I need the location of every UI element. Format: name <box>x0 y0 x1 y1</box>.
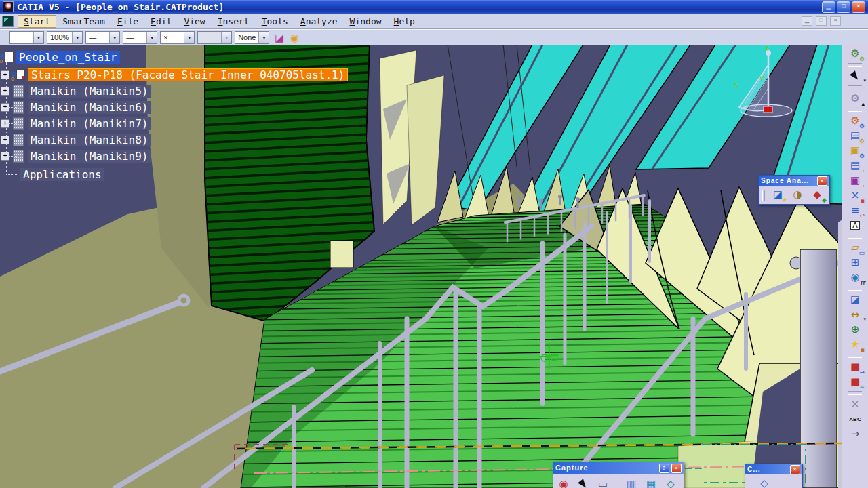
workbench-gears-icon[interactable]: ⚙⚙ <box>846 47 864 61</box>
c-tool-icon[interactable]: ◇ <box>755 476 773 488</box>
capture-vector-icon[interactable]: ◇ <box>662 477 679 488</box>
gear-select-icon[interactable]: ⚙▴ <box>846 92 864 106</box>
distance-band-icon[interactable]: ◆◆ <box>808 188 826 202</box>
import-scene-icon[interactable]: ▣→ <box>846 174 864 188</box>
menu-item-start[interactable]: Start <box>18 15 56 28</box>
tree-item-label[interactable]: Manikin (Manikin9) <box>28 150 151 163</box>
space-analysis-titlebar[interactable]: Space Ana... × <box>759 176 829 186</box>
tree-item-label[interactable]: Manikin (Manikin5) <box>28 85 151 98</box>
tree-item-label[interactable]: Manikin (Manikin6) <box>28 101 151 114</box>
tree-item-row[interactable]: +Manikin (Manikin8) <box>1 133 151 146</box>
capture-help-button[interactable]: ? <box>659 464 669 473</box>
color-combo-arrow[interactable]: ▼ <box>33 32 43 43</box>
point-symbol-combo[interactable]: ×▼ <box>160 31 195 44</box>
dropdown-corner[interactable]: ▾ <box>863 280 866 285</box>
tree-root-label[interactable]: People_on_Stair <box>16 51 120 64</box>
menu-item-edit[interactable]: Edit <box>144 15 178 28</box>
menu-item-analyze[interactable]: Analyze <box>294 15 344 28</box>
capture-clipboard-icon[interactable]: ▥ <box>623 477 640 488</box>
menu-item-tools[interactable]: Tools <box>256 15 294 28</box>
tree-item-row[interactable]: +⚙⚙Stairs_P20-P18 (Facade_Stair_Inner_04… <box>1 68 348 81</box>
restore-button[interactable]: □ <box>837 1 850 13</box>
broken-link-icon[interactable]: ×▪ <box>846 188 864 203</box>
color-combo[interactable]: ▼ <box>9 31 44 44</box>
measure-item-icon[interactable]: × <box>846 397 864 411</box>
menu-item-file[interactable]: File <box>111 15 144 28</box>
tree-item-label[interactable]: Applications <box>20 168 104 181</box>
graphic-wizard-icon[interactable]: ◉ <box>287 31 302 45</box>
capture-image-icon[interactable]: ▦ <box>642 477 660 488</box>
minimize-button[interactable]: ▁ <box>822 1 835 13</box>
child-close-button[interactable]: × <box>830 16 841 26</box>
capture-options-icon[interactable]: ▭ <box>594 477 612 488</box>
menu-item-help[interactable]: Help <box>388 15 421 28</box>
line-type-combo-arrow[interactable]: ▼ <box>146 32 157 43</box>
capture-camera-icon[interactable]: ◉ <box>555 477 572 488</box>
painter-brush-icon[interactable]: ◪ <box>272 31 287 45</box>
menu-item-window[interactable]: Window <box>344 15 388 28</box>
dropdown-corner[interactable]: ▾ <box>863 317 866 322</box>
menu-item-insert[interactable]: Insert <box>212 15 256 28</box>
clash-eraser-icon[interactable]: ◪ <box>846 293 864 307</box>
menu-item-view[interactable]: View <box>178 15 211 28</box>
space-analysis-close-button[interactable]: × <box>817 176 827 186</box>
undo-list-icon[interactable]: ≡↩ <box>846 203 864 218</box>
tree-root-row[interactable]: ⚙⚙People_on_Stair <box>1 50 120 64</box>
gear-scene-icon[interactable]: ▣⚙ <box>846 144 864 158</box>
menu-item-smarteam[interactable]: SmarTeam <box>56 15 111 28</box>
publish-web-icon[interactable]: ◉n▾ <box>846 270 864 285</box>
select-cursor-icon[interactable]: ▾ <box>846 69 864 83</box>
capture-titlebar[interactable]: Capture ? × <box>553 462 684 474</box>
tree-item-row[interactable]: +Manikin (Manikin9) <box>1 149 151 163</box>
child-restore-button[interactable]: □ <box>816 16 827 26</box>
3d-viewport[interactable]: z y x ⚙⚙People_on_Stair+⚙⚙Stairs_P20-P18… <box>0 45 842 488</box>
child-minimize-button[interactable]: ▁ <box>802 16 812 26</box>
layer-combo[interactable]: None▼ <box>235 31 269 44</box>
gear-document-icon[interactable]: ▤⚙ <box>846 129 864 143</box>
c-toolbar[interactable]: C... × ◇ <box>745 464 803 488</box>
sequence-cube-icon[interactable]: ■≡ <box>846 375 864 389</box>
line-weight-combo-arrow[interactable]: ▼ <box>109 32 119 43</box>
opacity-combo-arrow[interactable]: ▼ <box>72 32 82 43</box>
toolbar-grip[interactable] <box>3 33 5 43</box>
compass-origin[interactable] <box>764 106 772 113</box>
annotate-abc-icon[interactable]: ABC <box>846 412 864 426</box>
line-type-combo[interactable]: —▼ <box>123 31 157 44</box>
layer-combo-arrow[interactable]: ▼ <box>258 32 269 43</box>
clash-analysis-icon[interactable]: ◪★ <box>769 188 787 202</box>
line-weight-combo[interactable]: —▼ <box>85 31 120 44</box>
point-symbol-combo-arrow[interactable]: ▼ <box>184 32 194 43</box>
render-style-combo-arrow[interactable]: ▼ <box>221 32 231 43</box>
tree-item-row[interactable]: +Manikin (Manikin7) <box>1 117 151 130</box>
capture-select-icon[interactable] <box>574 477 592 488</box>
layers-icon[interactable]: ▱▭ <box>846 241 864 255</box>
close-button[interactable]: × <box>852 1 865 13</box>
tree-item-row[interactable]: +Manikin (Manikin6) <box>1 100 151 114</box>
tree-item-row[interactable]: Applications <box>20 167 104 181</box>
tree-item-label[interactable]: Manikin (Manikin8) <box>28 134 151 146</box>
tree-item-row[interactable]: +Manikin (Manikin5) <box>1 84 151 98</box>
capture-toolbar[interactable]: Capture ? × ◉▭▥▦◇ <box>553 462 684 488</box>
c-titlebar[interactable]: C... × <box>745 464 802 474</box>
panel-grip[interactable] <box>749 479 751 488</box>
panel-grip[interactable] <box>762 190 765 201</box>
tree-item-label[interactable]: Stairs_P20-P18 (Facade_Stair_Inner_04070… <box>28 68 348 81</box>
update-gears-icon[interactable]: ⚙⚙ <box>846 114 864 128</box>
manipulation-cube-icon[interactable]: ■→ <box>846 360 864 374</box>
highlight-pen-icon[interactable]: ★▪ <box>846 338 864 352</box>
render-style-combo[interactable]: ▼ <box>197 31 232 44</box>
export-document-icon[interactable]: ▤→ <box>846 159 864 173</box>
c-close-button[interactable]: × <box>790 465 800 474</box>
space-analysis-toolbar[interactable]: Space Ana... × ◪★◑◆◆ <box>758 175 830 205</box>
capture-close-button[interactable]: × <box>671 464 682 473</box>
structure-tree-icon[interactable]: ⊞ <box>846 256 864 270</box>
dimension-arrow-icon[interactable]: → <box>846 427 864 441</box>
measure-between-icon[interactable]: ↔▾ <box>846 308 864 322</box>
opacity-combo[interactable]: 100%▼ <box>47 31 83 44</box>
tree-item-label[interactable]: Manikin (Manikin7) <box>28 117 151 130</box>
title-bar[interactable]: CATIA V5 - [People_on_Stair.CATProduct] … <box>0 0 868 14</box>
arrange-space-icon[interactable]: ⊕ <box>846 323 864 337</box>
dropdown-corner[interactable]: ▾ <box>863 79 866 83</box>
text-frame-icon[interactable]: A <box>846 218 864 232</box>
sectioning-icon[interactable]: ◑ <box>789 188 806 202</box>
